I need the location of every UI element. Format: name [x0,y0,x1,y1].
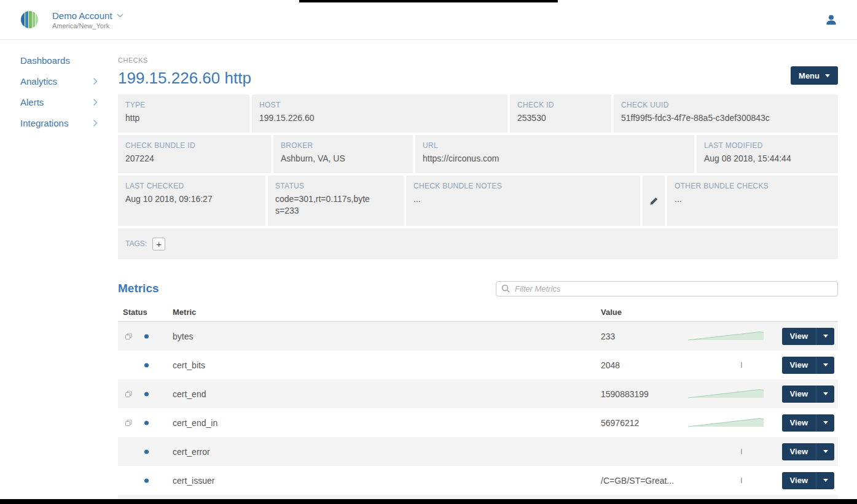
view-button-label: View [790,447,808,456]
app-logo-icon[interactable] [20,10,39,29]
trend-cell [688,351,768,379]
sidebar-item-integrations[interactable]: Integrations [20,117,98,129]
table-row: cert_issuer /C=GB/ST=Great... View [118,466,838,495]
info-card-other-bundle-checks: OTHER BUNDLE CHECKS ... [667,176,838,226]
action-cell: View [768,443,838,460]
info-card-broker: BROKER Ashburn, VA, US [273,135,413,173]
card-value: ... [675,193,831,205]
sidebar-item-label: Analytics [20,76,57,87]
metric-value: /C=GB/ST=Great... [601,476,688,486]
view-dropdown-button[interactable] [816,414,834,432]
sidebar-item-analytics[interactable]: Analytics [20,75,98,87]
chevron-right-icon [93,77,98,85]
metric-sparkline [688,387,764,401]
view-button-label: View [790,360,808,370]
trend-cell [688,437,768,466]
tags-label: TAGS: [125,239,147,248]
info-card-check-id: CHECK ID 253530 [510,95,611,133]
sidebar: Dashboards Analytics Alerts Integrations [0,40,118,504]
card-value: ... [413,193,633,205]
card-value: 207224 [125,153,264,165]
status-cell [123,437,173,466]
trend-tick [741,362,742,368]
sidebar-item-alerts[interactable]: Alerts [20,96,98,108]
trend-cell [688,466,768,495]
metrics-heading: Metrics [118,282,159,295]
action-cell: View [768,386,838,403]
view-dropdown-button[interactable] [816,328,834,345]
metric-value: 56976212 [601,418,688,428]
view-button[interactable]: View [782,357,816,374]
caret-down-icon [823,479,828,482]
view-dropdown-button[interactable] [816,386,834,403]
info-card-type: TYPE http [118,95,249,133]
card-value: https://circonus.com [423,153,687,165]
card-label: HOST [259,101,500,109]
card-value: code=301,rt=0.117s,bytes=233 [275,193,372,217]
view-dropdown-button[interactable] [816,443,834,460]
user-avatar-icon[interactable] [824,13,838,26]
card-label: CHECK UUID [621,101,831,109]
table-row: cert_error View [118,437,838,466]
table-row: bytes 233 View [118,322,838,351]
view-button[interactable]: View [782,443,816,460]
card-value: Ashburn, VA, US [281,153,405,165]
trend-tick [741,449,742,454]
chevron-right-icon [93,119,98,127]
card-value: Aug 08 2018, 15:44:44 [704,153,831,165]
tags-bar: TAGS: + [118,228,838,259]
view-dropdown-button[interactable] [816,357,834,374]
status-cell [123,408,173,437]
metric-name: cert_end_in [173,418,601,428]
status-cell [123,351,173,379]
metric-value: 233 [601,331,688,341]
metric-name: bytes [173,331,601,341]
column-header-value: Value [601,308,688,317]
card-label: LAST CHECKED [125,182,258,190]
card-label: BROKER [281,141,405,150]
clone-icon [125,390,132,397]
metrics-table-header: Status Metric Value [118,303,838,322]
filter-metrics-input[interactable] [496,281,838,297]
view-button[interactable]: View [782,328,816,345]
check-info-grid: TYPE http HOST 199.15.226.60 CHECK ID 25… [118,95,838,259]
view-dropdown-button[interactable] [816,472,834,489]
status-dot [144,421,149,425]
breadcrumb: CHECKS [118,56,838,64]
view-button[interactable]: View [782,386,816,403]
trend-cell [688,379,768,408]
sidebar-item-label: Integrations [20,118,68,128]
search-icon [501,284,510,293]
metric-name: cert_issuer [173,476,601,486]
caret-down-icon [823,450,828,453]
metric-name: cert_end [173,389,601,399]
caret-down-icon [823,421,828,424]
info-card-bundle-notes: CHECK BUNDLE NOTES ... [406,176,640,226]
status-cell [123,379,173,408]
trend-cell [688,408,768,437]
menu-button[interactable]: Menu [791,66,838,85]
caret-down-icon [825,74,830,77]
view-button[interactable]: View [782,414,816,432]
account-switcher[interactable]: Demo Account America/New_York [52,10,123,29]
info-card-check-uuid: CHECK UUID 51ff99f5-fdc3-4f7e-88a5-c3def… [614,95,838,133]
view-button[interactable]: View [782,472,816,489]
caret-down-icon [823,392,828,395]
main-content: CHECKS 199.15.226.60 http Menu TYPE http… [118,40,838,504]
action-cell: View [768,472,838,489]
card-value: 199.15.226.60 [259,112,500,124]
metric-value: 1590883199 [601,389,688,399]
edit-notes-button[interactable] [643,176,665,226]
view-button-label: View [790,476,808,485]
info-card-last-modified: LAST MODIFIED Aug 08 2018, 15:44:44 [697,135,838,173]
clone-icon [125,333,132,339]
add-tag-button[interactable]: + [152,238,165,250]
page-title: 199.15.226.60 http [118,69,838,88]
card-label: CHECK ID [517,101,604,109]
metrics-table-body: bytes 233 View [118,322,838,504]
pencil-icon [650,197,658,205]
sidebar-item-label: Alerts [20,97,44,107]
caret-down-icon [823,363,828,366]
sidebar-item-dashboards[interactable]: Dashboards [20,54,98,66]
card-label: OTHER BUNDLE CHECKS [675,182,831,190]
